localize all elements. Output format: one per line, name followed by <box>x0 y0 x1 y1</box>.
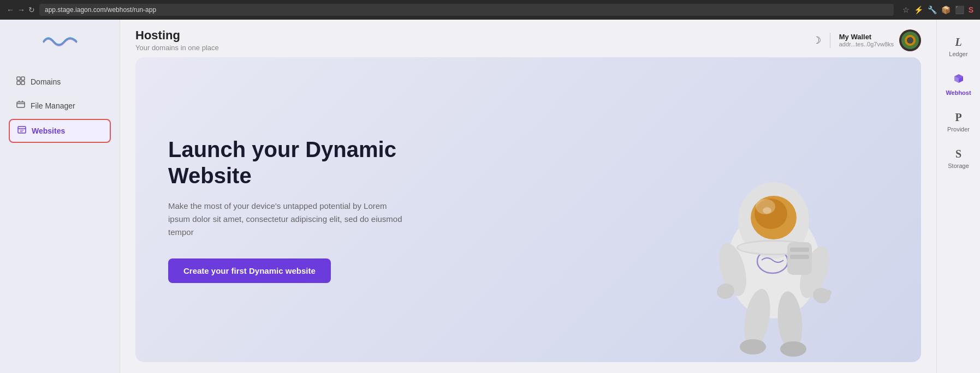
wallet-section[interactable]: My Wallet addr...tes..0g7vw8ks <box>839 29 921 51</box>
ledger-icon: L <box>955 36 961 49</box>
domains-icon <box>16 76 25 87</box>
provider-icon: P <box>955 111 961 124</box>
astronaut-illustration <box>670 133 877 362</box>
avatar-image <box>899 29 921 51</box>
svg-rect-0 <box>17 77 20 80</box>
page-header: Hosting Your domains in one place ☽ My W… <box>120 20 936 57</box>
ledger-label: Ledger <box>949 51 967 57</box>
svg-point-21 <box>740 339 766 354</box>
hero-title: Launch your Dynamic Website <box>168 136 474 189</box>
app-container: Domains File Manager <box>0 20 980 373</box>
header-right: ☽ My Wallet addr...tes..0g7vw8ks <box>812 29 921 51</box>
svg-rect-2 <box>17 81 20 85</box>
page-subtitle: Your domains in one place <box>135 44 219 52</box>
sidebar-item-domains[interactable]: Domains <box>9 71 111 93</box>
profile-icon[interactable]: S <box>969 5 973 14</box>
browser-navigation[interactable]: ← → ↻ <box>7 5 35 14</box>
create-dynamic-website-button[interactable]: Create your first Dynamic website <box>168 258 331 283</box>
svg-rect-3 <box>21 81 25 85</box>
hero-description: Make the most of your device's untapped … <box>168 200 408 239</box>
bookmark-icon[interactable]: ☆ <box>902 5 910 14</box>
header-title-section: Hosting Your domains in one place <box>135 28 219 52</box>
sidebar-item-file-manager-label: File Manager <box>31 101 75 110</box>
wallet-label: My Wallet <box>839 33 894 41</box>
theme-toggle-icon[interactable]: ☽ <box>812 34 821 46</box>
provider-label: Provider <box>947 126 970 133</box>
astronaut-svg <box>686 155 861 362</box>
browser-chrome: ← → ↻ ☆ ⚡ 🔧 📦 ⬛ S <box>0 0 980 20</box>
extension-icon-2[interactable]: 🔧 <box>928 5 937 14</box>
main-content: Hosting Your domains in one place ☽ My W… <box>120 20 936 373</box>
svg-rect-27 <box>790 248 809 252</box>
page-title: Hosting <box>135 28 219 43</box>
svg-point-22 <box>780 341 806 357</box>
avatar[interactable] <box>899 29 921 51</box>
right-panel: L Ledger Webhost P Provider S Storage <box>936 20 980 373</box>
right-panel-item-provider[interactable]: P Provider <box>940 106 977 138</box>
sidebar-nav: Domains File Manager <box>0 71 120 143</box>
svg-point-9 <box>907 37 913 44</box>
sidebar: Domains File Manager <box>0 20 120 373</box>
webhost-icon <box>953 73 965 87</box>
extension-icon-3[interactable]: 📦 <box>941 5 951 14</box>
sidebar-item-domains-label: Domains <box>31 77 61 86</box>
svg-rect-28 <box>790 255 809 259</box>
sidebar-item-file-manager[interactable]: File Manager <box>9 95 111 117</box>
svg-point-30 <box>763 207 771 214</box>
hero-banner: Launch your Dynamic Website Make the mos… <box>135 57 921 362</box>
webhost-label: Webhost <box>946 89 971 96</box>
svg-rect-4 <box>17 102 25 107</box>
file-manager-icon <box>16 100 25 111</box>
reload-button[interactable]: ↻ <box>28 5 35 14</box>
storage-label: Storage <box>948 163 969 169</box>
right-panel-item-ledger[interactable]: L Ledger <box>940 31 977 63</box>
storage-icon: S <box>955 148 961 160</box>
sidebar-item-websites[interactable]: Websites <box>9 119 111 143</box>
address-bar[interactable] <box>39 4 894 16</box>
logo <box>38 31 82 55</box>
logo-svg <box>38 31 82 52</box>
extension-icon-4[interactable]: ⬛ <box>955 5 964 14</box>
wallet-address: addr...tes..0g7vw8ks <box>839 41 894 47</box>
websites-icon <box>17 125 26 136</box>
right-panel-item-storage[interactable]: S Storage <box>940 142 977 175</box>
extension-icon-1[interactable]: ⚡ <box>914 5 923 14</box>
hero-content: Launch your Dynamic Website Make the mos… <box>168 136 474 283</box>
browser-toolbar-icons: ☆ ⚡ 🔧 📦 ⬛ S <box>902 5 973 14</box>
forward-button[interactable]: → <box>17 5 25 14</box>
right-panel-item-webhost[interactable]: Webhost <box>940 67 977 101</box>
header-divider <box>830 33 830 48</box>
wallet-info: My Wallet addr...tes..0g7vw8ks <box>839 33 894 47</box>
svg-rect-5 <box>18 127 26 133</box>
back-button[interactable]: ← <box>7 5 14 14</box>
svg-rect-1 <box>21 77 25 80</box>
sidebar-item-websites-label: Websites <box>32 127 65 135</box>
